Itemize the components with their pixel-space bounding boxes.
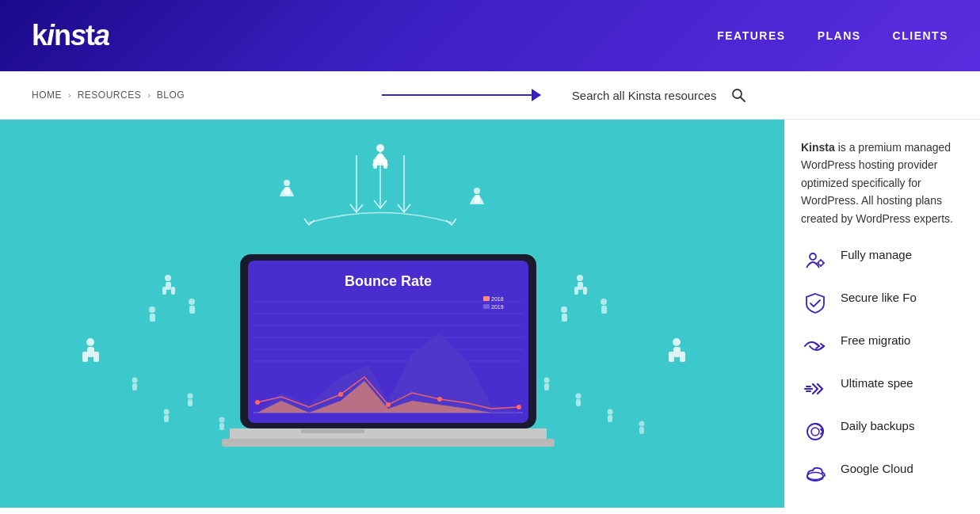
svg-point-33	[164, 409, 170, 414]
svg-rect-18	[189, 306, 195, 314]
svg-rect-14	[166, 282, 171, 290]
breadcrumb: HOME › RESOURCES › BLOG	[32, 89, 185, 101]
breadcrumb-sep-1: ›	[68, 90, 71, 100]
svg-rect-74	[483, 304, 490, 309]
svg-point-79	[810, 253, 816, 260]
logo[interactable]: kinsta	[32, 19, 109, 52]
breadcrumb-resources[interactable]: RESOURCES	[78, 89, 142, 101]
speed-icon	[801, 375, 829, 403]
feature-text-migration: Free migratio	[841, 332, 910, 348]
svg-point-9	[284, 180, 290, 186]
svg-rect-24	[583, 287, 587, 295]
svg-point-41	[576, 393, 582, 398]
backup-icon	[801, 417, 829, 446]
svg-text:2019: 2019	[491, 304, 504, 310]
svg-rect-23	[574, 287, 578, 295]
search-label: Search all Kinsta resources	[572, 89, 717, 102]
svg-rect-20	[150, 314, 155, 322]
feature-item-backup: Daily backups	[801, 417, 964, 446]
svg-point-13	[165, 275, 171, 281]
nav-plans[interactable]: PLANS	[818, 29, 861, 42]
svg-rect-78	[301, 429, 364, 433]
svg-point-49	[86, 338, 94, 346]
svg-text:Bounce Rate: Bounce Rate	[345, 273, 432, 289]
breadcrumb-sep-2: ›	[147, 90, 151, 100]
svg-point-86	[811, 428, 819, 436]
svg-point-53	[673, 338, 681, 346]
svg-rect-48	[639, 427, 644, 434]
svg-point-37	[251, 425, 257, 430]
feature-text-cloud: Google Cloud	[841, 460, 913, 477]
svg-point-27	[561, 306, 567, 313]
svg-point-29	[132, 377, 138, 383]
svg-rect-72	[483, 296, 490, 301]
svg-rect-58	[248, 261, 528, 423]
hero-section: Bounce Rate 2018	[0, 120, 784, 508]
svg-point-19	[149, 306, 155, 313]
svg-rect-22	[578, 282, 583, 290]
main-nav: FEATURES PLANS CLIENTS	[717, 29, 948, 42]
svg-rect-26	[601, 306, 607, 314]
svg-point-67	[255, 400, 260, 405]
breadcrumb-home[interactable]: HOME	[32, 89, 62, 101]
svg-point-43	[608, 409, 613, 414]
svg-point-31	[188, 393, 193, 398]
feature-text-backup: Daily backups	[841, 417, 914, 434]
svg-rect-42	[576, 399, 581, 406]
svg-point-39	[544, 377, 550, 383]
svg-rect-44	[608, 415, 612, 422]
nav-features[interactable]: FEATURES	[717, 29, 785, 42]
search-area: Search all Kinsta resources	[185, 82, 948, 108]
svg-point-45	[513, 417, 518, 422]
feature-list: Fully manage Secure like Fo	[801, 246, 964, 489]
svg-rect-7	[373, 159, 377, 169]
main-content: Bounce Rate 2018	[0, 120, 980, 508]
search-box: Search all Kinsta resources	[572, 82, 752, 108]
svg-point-17	[189, 299, 195, 305]
svg-rect-54	[673, 347, 681, 357]
svg-point-25	[601, 299, 607, 305]
migration-icon	[801, 332, 829, 360]
feature-item-manage: Fully manage	[801, 246, 964, 275]
svg-rect-16	[171, 287, 175, 295]
svg-rect-56	[680, 352, 685, 362]
svg-point-35	[219, 417, 225, 422]
arrow-line	[382, 94, 540, 96]
svg-rect-15	[162, 287, 166, 295]
svg-rect-12	[475, 195, 480, 203]
sidebar: Kinsta is a premium managed WordPress ho…	[784, 120, 980, 508]
svg-point-70	[437, 397, 442, 402]
svg-rect-30	[132, 383, 137, 390]
svg-rect-8	[383, 159, 387, 169]
svg-rect-76	[230, 428, 547, 440]
shield-icon	[801, 289, 829, 318]
svg-rect-36	[219, 423, 224, 430]
svg-rect-57	[240, 254, 536, 428]
feature-text-manage: Fully manage	[841, 246, 912, 263]
nav-clients[interactable]: CLIENTS	[893, 29, 948, 42]
feature-item-migration: Free migratio	[801, 332, 964, 360]
cloud-icon	[801, 460, 829, 489]
svg-rect-34	[164, 415, 169, 422]
svg-rect-51	[82, 352, 88, 362]
svg-rect-40	[544, 383, 549, 390]
header: kinsta FEATURES PLANS CLIENTS	[0, 0, 980, 71]
feature-item-speed: Ultimate spee	[801, 375, 964, 403]
feature-item-secure: Secure like Fo	[801, 289, 964, 318]
svg-rect-50	[87, 347, 94, 357]
breadcrumb-blog[interactable]: BLOG	[157, 89, 185, 101]
breadcrumb-bar: HOME › RESOURCES › BLOG Search all Kinst…	[0, 71, 980, 120]
svg-point-47	[639, 421, 645, 426]
svg-point-71	[517, 405, 521, 409]
svg-point-21	[577, 275, 583, 281]
svg-rect-28	[562, 314, 567, 322]
svg-rect-52	[93, 352, 99, 362]
user-settings-icon	[801, 246, 829, 275]
svg-point-11	[474, 188, 480, 194]
feature-text-speed: Ultimate spee	[841, 375, 913, 391]
sidebar-intro-bold: Kinsta	[801, 141, 835, 154]
svg-point-68	[338, 392, 343, 397]
sidebar-intro: Kinsta is a premium managed WordPress ho…	[801, 139, 964, 227]
search-icon[interactable]	[726, 82, 751, 108]
svg-rect-55	[669, 352, 674, 362]
